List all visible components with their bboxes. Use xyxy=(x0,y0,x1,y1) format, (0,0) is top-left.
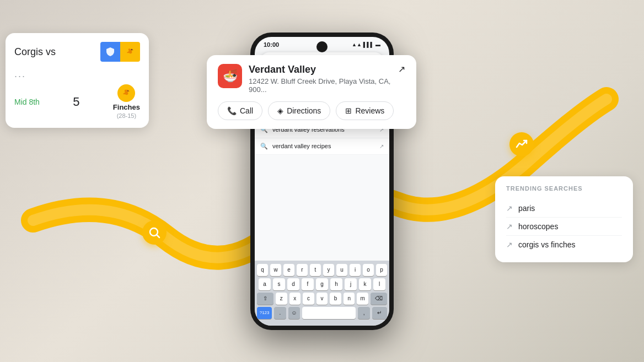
sports-score-row: Mid 8th 5 Finches (28-15) xyxy=(14,84,140,119)
key-n[interactable]: n xyxy=(344,293,355,305)
key-d[interactable]: d xyxy=(287,278,299,290)
battery-icon: ▬ xyxy=(375,42,380,47)
key-v[interactable]: v xyxy=(316,293,328,305)
key-row-2: a s d f g h j k l xyxy=(257,278,387,290)
search-circle-icon xyxy=(142,220,167,245)
trending-arrow-icon: ↗ xyxy=(506,240,513,249)
trending-card: TRENDING SEARCHES ↗ paris ↗ horoscopes ↗… xyxy=(495,176,633,262)
sports-dots: ... xyxy=(14,68,140,80)
business-header: 🍜 Verdant Valley 12422 W. Bluff Creek Dr… xyxy=(218,64,405,94)
key-u[interactable]: u xyxy=(336,264,347,276)
team-record: (28-15) xyxy=(117,112,136,119)
key-a[interactable]: a xyxy=(259,278,271,290)
key-g[interactable]: g xyxy=(316,278,328,290)
trending-arrow-icon: ↗ xyxy=(506,204,513,213)
signal-icon: ▌▌▌ xyxy=(363,42,374,47)
suggestion-item[interactable]: 🔍 verdant valley recipes ↗ xyxy=(255,138,389,155)
key-emoji[interactable]: ☺ xyxy=(288,307,300,319)
key-shift[interactable]: ⇧ xyxy=(257,293,273,305)
key-f[interactable]: f xyxy=(302,278,314,290)
bird-icon xyxy=(124,46,136,58)
key-i[interactable]: i xyxy=(350,264,361,276)
key-period[interactable]: . xyxy=(274,307,286,319)
key-x[interactable]: x xyxy=(289,293,301,305)
key-s[interactable]: s xyxy=(273,278,285,290)
sports-title: Corgis vs xyxy=(14,46,56,58)
trending-text-paris: paris xyxy=(518,204,535,213)
trending-arrow-icon: ↗ xyxy=(506,222,513,231)
key-row-3: ⇧ z x c v b n m ⌫ xyxy=(257,293,387,305)
trending-up-icon xyxy=(515,138,528,151)
inning-label: Mid 8th xyxy=(14,98,40,106)
status-time: 10:00 xyxy=(264,41,279,48)
key-c[interactable]: c xyxy=(303,293,314,305)
restaurant-icon: 🍜 xyxy=(223,69,238,83)
key-t[interactable]: t xyxy=(310,264,321,276)
search-magnifier-icon xyxy=(148,226,161,239)
trending-item-paris[interactable]: ↗ paris xyxy=(506,199,622,218)
key-e[interactable]: e xyxy=(283,264,294,276)
trending-item-horoscopes[interactable]: ↗ horoscopes xyxy=(506,218,622,236)
directions-label: Directions xyxy=(287,106,321,115)
key-q[interactable]: q xyxy=(257,264,268,276)
directions-icon: ◈ xyxy=(277,106,283,115)
finches-bird-icon xyxy=(121,88,132,99)
key-y[interactable]: y xyxy=(323,264,334,276)
svg-point-0 xyxy=(131,49,132,50)
trending-text-corgis: corgis vs finches xyxy=(518,240,575,249)
key-h[interactable]: h xyxy=(330,278,342,290)
logo-yellow xyxy=(120,42,140,62)
business-logo: 🍜 xyxy=(218,64,242,88)
team-name: Finches xyxy=(113,103,140,111)
score-number: 5 xyxy=(73,95,79,109)
phone-notch xyxy=(316,41,328,52)
sports-card: Corgis vs ... Mid 8th 5 xyxy=(6,33,149,128)
status-icons: ▲▲ ▌▌▌ ▬ xyxy=(352,42,380,47)
phone-icon: 📞 xyxy=(227,106,237,115)
business-name: Verdant Valley xyxy=(249,64,391,75)
reviews-button[interactable]: ⊞ Reviews xyxy=(336,101,394,120)
business-card: 🍜 Verdant Valley 12422 W. Bluff Creek Dr… xyxy=(207,55,416,129)
logo-blue xyxy=(100,42,120,62)
key-b[interactable]: b xyxy=(330,293,341,305)
team-info: Finches (28-15) xyxy=(113,84,140,119)
arrow-icon-5: ↗ xyxy=(379,143,384,149)
team-icon xyxy=(117,84,135,102)
svg-point-1 xyxy=(127,90,128,91)
svg-line-3 xyxy=(157,235,160,238)
business-info: Verdant Valley 12422 W. Bluff Creek Driv… xyxy=(249,64,391,94)
key-row-4: ?123 . ☺ , ↵ xyxy=(257,307,387,319)
reviews-label: Reviews xyxy=(355,106,384,115)
key-row-1: q w e r t y u i o p xyxy=(257,264,387,276)
trending-circle-icon xyxy=(509,132,534,156)
suggestion-text-5: verdant valley recipes xyxy=(272,143,375,149)
wifi-icon: ▲▲ xyxy=(352,42,362,47)
key-k[interactable]: k xyxy=(359,278,371,290)
call-label: Call xyxy=(240,106,253,115)
business-address: 12422 W. Bluff Creek Drive, Playa Vista,… xyxy=(249,77,391,94)
sports-logo xyxy=(100,42,140,62)
reviews-icon: ⊞ xyxy=(345,106,352,115)
call-button[interactable]: 📞 Call xyxy=(218,101,262,120)
key-r[interactable]: r xyxy=(297,264,308,276)
key-p[interactable]: p xyxy=(376,264,387,276)
trending-title: TRENDING SEARCHES xyxy=(506,185,622,192)
key-enter[interactable]: ↵ xyxy=(372,307,387,319)
trending-item-corgis[interactable]: ↗ corgis vs finches xyxy=(506,236,622,253)
search-icon-small: 🔍 xyxy=(260,143,268,150)
key-comma[interactable]: , xyxy=(358,307,369,319)
key-w[interactable]: w xyxy=(270,264,281,276)
directions-button[interactable]: ◈ Directions xyxy=(268,101,330,120)
key-numbers[interactable]: ?123 xyxy=(257,307,272,319)
key-m[interactable]: m xyxy=(357,293,368,305)
sports-card-header: Corgis vs xyxy=(14,42,140,62)
expand-icon[interactable]: ↗ xyxy=(398,64,405,74)
key-l[interactable]: l xyxy=(373,278,385,290)
key-o[interactable]: o xyxy=(363,264,374,276)
key-backspace[interactable]: ⌫ xyxy=(371,293,387,305)
key-space[interactable] xyxy=(302,307,356,319)
business-actions: 📞 Call ◈ Directions ⊞ Reviews xyxy=(218,101,405,120)
trending-text-horoscopes: horoscopes xyxy=(518,222,558,231)
key-z[interactable]: z xyxy=(276,293,287,305)
key-j[interactable]: j xyxy=(345,278,357,290)
